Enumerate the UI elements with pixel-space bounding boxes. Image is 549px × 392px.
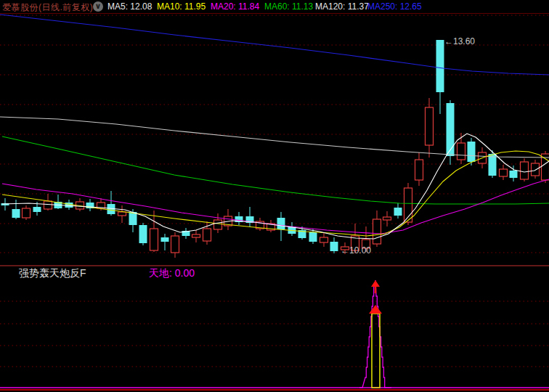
ma-label-ma5: MA5: 12.08: [107, 1, 152, 12]
candle-down: [12, 209, 20, 218]
indicator-name: 强势轰天炮反F: [19, 267, 86, 280]
candle-down: [277, 218, 285, 229]
ma-line-ma5: [2, 134, 549, 239]
price-marker-label: ←13.60: [444, 36, 475, 46]
ma-label-ma250: MA250: 12.65: [367, 1, 422, 12]
indicator-panel-header: ∨ 强势轰天炮反F 天地: 0.00: [0, 266, 549, 279]
triangle-marker-icon: [369, 305, 382, 314]
candle-down: [161, 237, 169, 242]
candlestick-chart-canvas[interactable]: ←13.60←10.00: [0, 0, 549, 392]
up-arrow-icon: [371, 280, 380, 287]
indicator-spike-outline: [359, 280, 391, 388]
ma-label-ma60: MA60: 11.13: [264, 1, 313, 12]
stock-chart-app: ←13.60←10.00 爱慕股份(日线.前复权) ∨ MA5: 12.08MA…: [0, 0, 549, 392]
stock-title: 爱慕股份(日线.前复权): [2, 1, 93, 14]
candle-up: [458, 143, 465, 160]
candle-up: [171, 236, 179, 253]
candle-down: [65, 203, 73, 208]
candle-up: [192, 234, 200, 237]
candle-up: [383, 217, 391, 220]
candle-down: [33, 207, 41, 212]
candle-up: [415, 160, 423, 180]
candle-up: [118, 212, 126, 216]
candle-up: [44, 201, 52, 209]
candle-up: [320, 237, 328, 242]
candle-up: [521, 162, 529, 179]
ma-label-ma10: MA10: 11.95: [157, 1, 206, 12]
candle-up: [373, 219, 381, 244]
candle-up: [203, 229, 211, 241]
candle-down: [510, 171, 518, 178]
candle-up: [426, 107, 434, 145]
ma-label-ma20: MA20: 11.84: [211, 1, 259, 12]
candle-up: [500, 169, 508, 176]
ma-label-ma120: MA120: 11.37: [315, 1, 369, 12]
price-marker-label: ←10.00: [341, 245, 371, 256]
chevron-down-icon[interactable]: ∨: [93, 1, 103, 12]
candle-down: [394, 208, 402, 216]
candle-up: [214, 220, 222, 229]
candle-down: [129, 212, 137, 225]
candle-up: [532, 163, 540, 176]
candle-up: [150, 229, 158, 250]
chart-title-bar: 爱慕股份(日线.前复权) ∨ MA5: 12.08MA10: 11.95MA20…: [0, 0, 549, 13]
candle-down: [139, 225, 147, 243]
candle-down: [468, 142, 476, 162]
candle-down: [309, 232, 317, 242]
candle-down: [436, 40, 444, 92]
candle-down: [447, 103, 455, 156]
ma-line-ma120: [0, 117, 549, 158]
candle-down: [330, 242, 338, 251]
candle-up: [23, 208, 30, 218]
indicator-param-value: 天地: 0.00: [149, 267, 195, 280]
